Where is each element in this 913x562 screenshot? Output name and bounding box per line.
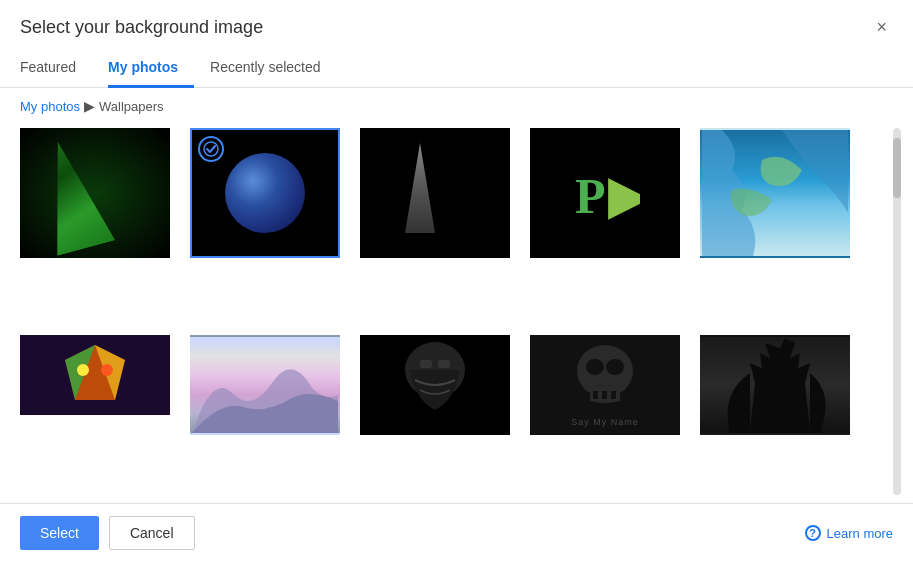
tabs-bar: Featured My photos Recently selected xyxy=(0,50,913,88)
thumbnail-10[interactable] xyxy=(700,335,850,435)
say-my-name-text: Say My Name xyxy=(571,417,639,427)
thumbnail-1[interactable] xyxy=(20,128,170,258)
thumbnail-7[interactable] xyxy=(190,335,340,435)
thumbnail-8[interactable] xyxy=(360,335,510,435)
content-area: P ▶ xyxy=(0,124,913,503)
breadcrumb-parent[interactable]: My photos xyxy=(20,99,80,114)
svg-rect-16 xyxy=(611,391,616,399)
tab-recently-selected[interactable]: Recently selected xyxy=(210,51,337,88)
cancel-button[interactable]: Cancel xyxy=(109,516,195,550)
help-icon: ? xyxy=(805,525,821,541)
learn-more-link[interactable]: Learn more xyxy=(827,526,893,541)
sky-graphic xyxy=(192,335,340,433)
thumbnail-4[interactable]: P ▶ xyxy=(530,128,680,258)
tab-my-photos[interactable]: My photos xyxy=(108,51,194,88)
thumbnail-9[interactable]: Say My Name xyxy=(530,335,680,435)
dialog-header: Select your background image × xyxy=(0,0,913,38)
scrollbar[interactable] xyxy=(893,128,901,495)
svg-rect-14 xyxy=(593,391,598,399)
svg-rect-15 xyxy=(602,391,607,399)
svg-text:P: P xyxy=(575,168,606,224)
thumbnail-6[interactable] xyxy=(20,335,170,415)
thumbnail-5[interactable] xyxy=(700,128,850,258)
dialog-title: Select your background image xyxy=(20,17,263,38)
tab-featured[interactable]: Featured xyxy=(20,51,92,88)
svg-point-6 xyxy=(77,364,89,376)
footer-actions: Select Cancel xyxy=(20,516,195,550)
breadcrumb: My photos ▶ Wallpapers xyxy=(0,88,913,124)
select-button[interactable]: Select xyxy=(20,516,99,550)
thumbnail-3[interactable] xyxy=(360,128,510,258)
robot-graphic xyxy=(35,340,155,410)
satellite-graphic xyxy=(702,130,850,258)
svg-text:▶: ▶ xyxy=(608,168,640,224)
svg-rect-10 xyxy=(438,360,450,368)
svg-point-7 xyxy=(101,364,113,376)
learn-more-section[interactable]: ? Learn more xyxy=(805,525,893,541)
selection-check xyxy=(198,136,224,162)
svg-point-11 xyxy=(577,345,633,397)
vader-graphic xyxy=(395,340,475,430)
background-image-dialog: Select your background image × Featured … xyxy=(0,0,913,562)
svg-point-12 xyxy=(586,359,604,375)
logo-graphic: P ▶ xyxy=(570,158,640,228)
dialog-footer: Select Cancel ? Learn more xyxy=(0,503,913,562)
breadcrumb-separator: ▶ xyxy=(84,98,95,114)
close-button[interactable]: × xyxy=(870,16,893,38)
skull-graphic xyxy=(565,343,645,413)
breadcrumb-current: Wallpapers xyxy=(99,99,164,114)
thumbnail-2[interactable] xyxy=(190,128,340,258)
arch-graphic xyxy=(405,143,435,233)
svg-rect-9 xyxy=(420,360,432,368)
image-grid: P ▶ xyxy=(20,128,885,495)
planet-graphic xyxy=(225,153,305,233)
scrollbar-thumb[interactable] xyxy=(893,138,901,198)
svg-point-13 xyxy=(606,359,624,375)
batman-graphic xyxy=(700,335,840,433)
